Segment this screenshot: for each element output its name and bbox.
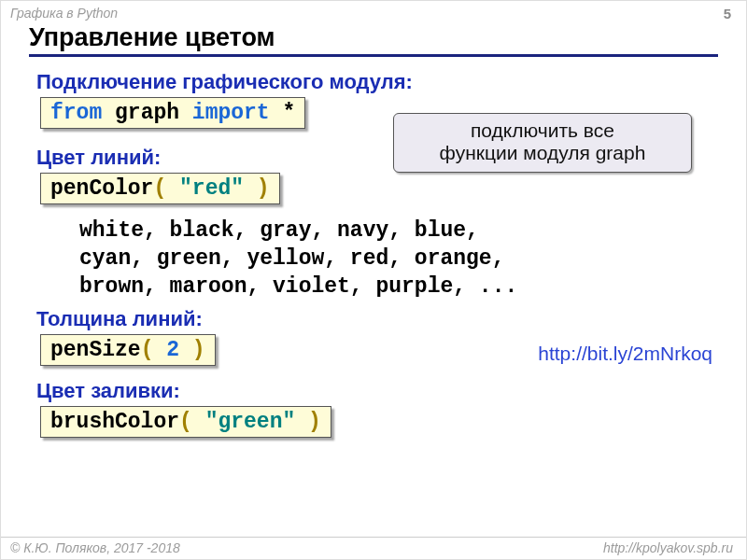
callout-line-2: функции модуля graph bbox=[402, 142, 684, 164]
code-brushcolor: brushColor( "green" ) bbox=[40, 406, 331, 438]
arg-red: "red" bbox=[179, 176, 244, 201]
paren-open-2: ( bbox=[141, 338, 167, 362]
paren-close-2: ) bbox=[179, 338, 205, 362]
bitly-link[interactable]: http://bit.ly/2mNrkoq bbox=[538, 343, 712, 365]
section-brush-label: Цвет заливки: bbox=[36, 379, 718, 403]
topic-label: Графика в Python bbox=[10, 6, 118, 21]
code-pencolor: penColor( "red" ) bbox=[40, 173, 280, 204]
arg-green: "green" bbox=[205, 410, 296, 434]
paren-open: ( bbox=[153, 176, 179, 201]
slide-title: Управление цветом bbox=[29, 23, 718, 57]
section-pensize-label: Толщина линий: bbox=[36, 307, 718, 331]
slide-header: Графика в Python 5 bbox=[1, 1, 746, 23]
paren-open-3: ( bbox=[179, 410, 205, 434]
fn-pensize: penSize bbox=[50, 338, 141, 362]
slide-footer: © К.Ю. Поляков, 2017 -2018 http://kpolya… bbox=[1, 537, 746, 559]
fn-pencolor: penColor bbox=[50, 176, 153, 201]
callout-box: подключить все функции модуля graph bbox=[393, 113, 692, 173]
page-number: 5 bbox=[724, 6, 731, 21]
color-list: white, black, gray, navy, blue, cyan, gr… bbox=[79, 217, 718, 301]
callout-line-1: подключить все bbox=[402, 119, 684, 142]
code-pensize: penSize( 2 ) bbox=[40, 334, 216, 366]
import-star: * bbox=[270, 101, 296, 125]
arg-2: 2 bbox=[166, 338, 179, 362]
kw-from: from bbox=[50, 101, 102, 125]
copyright: © К.Ю. Поляков, 2017 -2018 bbox=[10, 540, 180, 555]
paren-close: ) bbox=[244, 176, 270, 201]
kw-import: import bbox=[192, 101, 270, 125]
code-import: from graph import * bbox=[40, 97, 305, 129]
paren-close-3: ) bbox=[295, 410, 321, 434]
module-name: graph bbox=[102, 101, 192, 125]
author-url: http://kpolyakov.spb.ru bbox=[603, 540, 733, 555]
section-connect-label: Подключение графического модуля: bbox=[36, 70, 718, 94]
fn-brushcolor: brushColor bbox=[50, 410, 179, 434]
